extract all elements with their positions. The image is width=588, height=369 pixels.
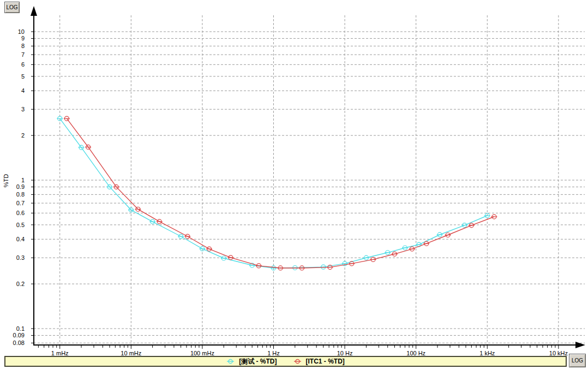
series-itc1 [64, 116, 497, 270]
svg-text:0.6: 0.6 [16, 210, 25, 216]
svg-text:0.5: 0.5 [16, 222, 25, 228]
legend-item-itc1-label: [ITC1 - %TD] [306, 358, 345, 365]
gridlines [34, 15, 585, 345]
y-axis-arrow-icon [31, 6, 37, 16]
svg-text:0.1: 0.1 [16, 325, 25, 332]
svg-text:2: 2 [21, 132, 25, 139]
svg-text:0.4: 0.4 [16, 236, 25, 242]
svg-text:6: 6 [21, 61, 25, 68]
svg-text:7: 7 [21, 51, 25, 58]
svg-text:10: 10 [18, 28, 25, 35]
svg-text:0.08: 0.08 [13, 340, 25, 346]
log-scale-button-top[interactable]: LOG [4, 2, 20, 13]
svg-text:8: 8 [21, 43, 25, 49]
fds-plot-screen: 109876543210.90.80.70.60.50.40.30.20.10.… [0, 0, 588, 369]
y-axis-label: %TD [3, 170, 9, 192]
svg-text:4: 4 [21, 87, 25, 94]
tick-labels: 109876543210.90.80.70.60.50.40.30.20.10.… [13, 28, 568, 356]
svg-text:0.9: 0.9 [16, 183, 25, 190]
legend-item-test: [测试 - %TD] [226, 357, 277, 366]
svg-text:3: 3 [21, 106, 25, 112]
svg-text:9: 9 [21, 35, 25, 41]
svg-text:0.3: 0.3 [16, 254, 25, 261]
svg-text:5: 5 [21, 73, 25, 80]
svg-text:1: 1 [21, 177, 25, 183]
chart-canvas: 109876543210.90.80.70.60.50.40.30.20.10.… [0, 0, 588, 369]
axes [31, 6, 585, 348]
log-scale-button-bottom[interactable]: LOG [569, 354, 586, 367]
svg-text:0.7: 0.7 [16, 200, 25, 206]
legend-item-itc1: [ITC1 - %TD] [293, 358, 345, 365]
legend-item-test-label: [测试 - %TD] [239, 357, 277, 366]
svg-text:0.8: 0.8 [16, 191, 25, 198]
axis-ticks [31, 32, 559, 349]
svg-text:0.2: 0.2 [16, 281, 25, 287]
itc1-series-marker-icon [293, 358, 302, 365]
test-series-marker-icon [226, 358, 235, 365]
x-axis-arrow-icon [575, 342, 585, 348]
legend-bar: [测试 - %TD] [ITC1 - %TD] [4, 356, 567, 367]
svg-text:0.09: 0.09 [13, 332, 25, 338]
